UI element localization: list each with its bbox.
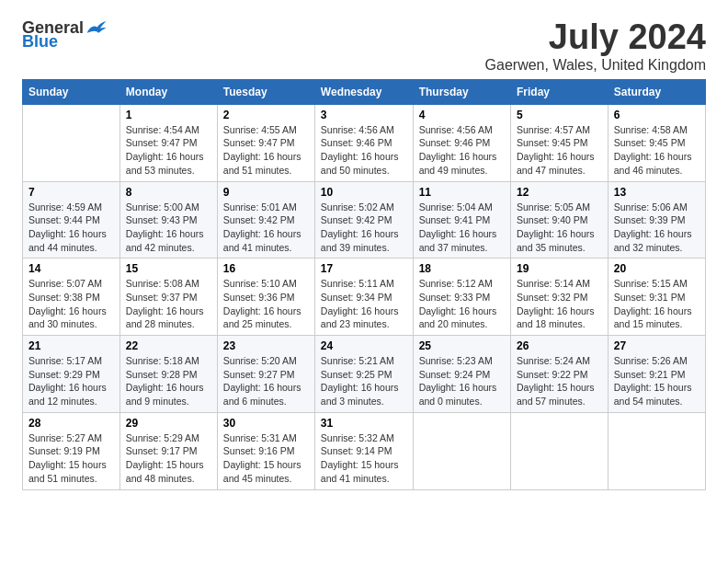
day-number: 15 — [126, 262, 211, 275]
day-number: 5 — [517, 109, 602, 121]
day-number: 1 — [126, 109, 211, 121]
day-number: 10 — [321, 186, 407, 199]
day-info: Sunrise: 5:08 AM Sunset: 9:37 PM Dayligh… — [126, 277, 211, 331]
day-info: Sunrise: 5:00 AM Sunset: 9:43 PM Dayligh… — [126, 201, 211, 255]
day-info: Sunrise: 5:31 AM Sunset: 9:16 PM Dayligh… — [223, 431, 309, 486]
day-number: 8 — [126, 186, 211, 199]
day-number: 11 — [419, 186, 505, 199]
day-info: Sunrise: 4:58 AM Sunset: 9:45 PM Dayligh… — [614, 123, 700, 178]
day-info: Sunrise: 5:18 AM Sunset: 9:28 PM Dayligh… — [126, 354, 211, 408]
month-year-title: July 2024 — [485, 18, 706, 57]
calendar-cell: 13Sunrise: 5:06 AM Sunset: 9:39 PM Dayli… — [608, 181, 705, 259]
day-number: 9 — [223, 186, 309, 199]
day-number: 14 — [28, 262, 114, 275]
calendar-cell: 10Sunrise: 5:02 AM Sunset: 9:42 PM Dayli… — [314, 181, 413, 259]
weekday-header-row: SundayMondayTuesdayWednesdayThursdayFrid… — [23, 79, 706, 104]
day-number: 26 — [517, 339, 602, 352]
day-info: Sunrise: 5:04 AM Sunset: 9:41 PM Dayligh… — [419, 201, 505, 255]
day-info: Sunrise: 5:32 AM Sunset: 9:14 PM Dayligh… — [321, 431, 407, 486]
calendar-week-row: 14Sunrise: 5:07 AM Sunset: 9:38 PM Dayli… — [23, 259, 706, 336]
day-info: Sunrise: 5:11 AM Sunset: 9:34 PM Dayligh… — [321, 277, 407, 331]
day-info: Sunrise: 4:55 AM Sunset: 9:47 PM Dayligh… — [223, 123, 309, 178]
day-info: Sunrise: 4:56 AM Sunset: 9:46 PM Dayligh… — [419, 123, 505, 178]
day-number: 31 — [321, 417, 407, 430]
day-info: Sunrise: 4:57 AM Sunset: 9:45 PM Dayligh… — [517, 123, 602, 178]
day-number: 2 — [223, 109, 309, 121]
day-info: Sunrise: 5:05 AM Sunset: 9:40 PM Dayligh… — [517, 201, 602, 255]
day-info: Sunrise: 5:20 AM Sunset: 9:27 PM Dayligh… — [223, 354, 309, 408]
location-subtitle: Gaerwen, Wales, United Kingdom — [485, 57, 706, 74]
weekday-header: Tuesday — [217, 79, 314, 104]
calendar-week-row: 28Sunrise: 5:27 AM Sunset: 9:19 PM Dayli… — [23, 412, 706, 489]
day-number: 20 — [614, 262, 700, 275]
calendar-cell: 31Sunrise: 5:32 AM Sunset: 9:14 PM Dayli… — [314, 412, 413, 489]
calendar-cell: 11Sunrise: 5:04 AM Sunset: 9:41 PM Dayli… — [413, 181, 510, 259]
day-info: Sunrise: 5:26 AM Sunset: 9:21 PM Dayligh… — [614, 354, 700, 408]
calendar-week-row: 21Sunrise: 5:17 AM Sunset: 9:29 PM Dayli… — [23, 336, 706, 413]
calendar-cell: 2Sunrise: 4:55 AM Sunset: 9:47 PM Daylig… — [217, 104, 314, 181]
logo-blue: Blue — [22, 32, 58, 52]
day-number: 16 — [223, 262, 309, 275]
logo: General Blue — [22, 18, 108, 52]
day-info: Sunrise: 5:06 AM Sunset: 9:39 PM Dayligh… — [614, 201, 700, 255]
calendar-cell: 7Sunrise: 4:59 AM Sunset: 9:44 PM Daylig… — [23, 181, 120, 259]
logo-bird-icon — [85, 19, 108, 38]
day-info: Sunrise: 5:17 AM Sunset: 9:29 PM Dayligh… — [28, 354, 114, 408]
calendar-cell: 27Sunrise: 5:26 AM Sunset: 9:21 PM Dayli… — [608, 336, 705, 413]
weekday-header: Thursday — [413, 79, 510, 104]
day-number: 17 — [321, 262, 407, 275]
calendar-cell: 12Sunrise: 5:05 AM Sunset: 9:40 PM Dayli… — [510, 181, 608, 259]
calendar-table: SundayMondayTuesdayWednesdayThursdayFrid… — [22, 79, 706, 490]
calendar-week-row: 7Sunrise: 4:59 AM Sunset: 9:44 PM Daylig… — [23, 181, 706, 259]
day-info: Sunrise: 5:21 AM Sunset: 9:25 PM Dayligh… — [321, 354, 407, 408]
calendar-cell: 9Sunrise: 5:01 AM Sunset: 9:42 PM Daylig… — [217, 181, 314, 259]
day-number: 7 — [28, 186, 114, 199]
day-number: 23 — [223, 339, 309, 352]
title-area: July 2024 Gaerwen, Wales, United Kingdom — [485, 18, 706, 74]
day-info: Sunrise: 5:01 AM Sunset: 9:42 PM Dayligh… — [223, 201, 309, 255]
day-info: Sunrise: 5:29 AM Sunset: 9:17 PM Dayligh… — [126, 431, 211, 486]
day-info: Sunrise: 5:10 AM Sunset: 9:36 PM Dayligh… — [223, 277, 309, 331]
calendar-cell: 30Sunrise: 5:31 AM Sunset: 9:16 PM Dayli… — [217, 412, 314, 489]
day-info: Sunrise: 5:23 AM Sunset: 9:24 PM Dayligh… — [419, 354, 505, 408]
calendar-cell: 17Sunrise: 5:11 AM Sunset: 9:34 PM Dayli… — [314, 259, 413, 336]
day-info: Sunrise: 5:24 AM Sunset: 9:22 PM Dayligh… — [517, 354, 602, 408]
day-info: Sunrise: 5:15 AM Sunset: 9:31 PM Dayligh… — [614, 277, 700, 331]
calendar-cell: 15Sunrise: 5:08 AM Sunset: 9:37 PM Dayli… — [119, 259, 217, 336]
calendar-cell — [608, 412, 705, 489]
day-number: 3 — [321, 109, 407, 121]
calendar-cell — [510, 412, 608, 489]
weekday-header: Sunday — [23, 79, 120, 104]
weekday-header: Saturday — [608, 79, 705, 104]
day-number: 6 — [614, 109, 700, 121]
day-info: Sunrise: 5:02 AM Sunset: 9:42 PM Dayligh… — [321, 201, 407, 255]
day-number: 18 — [419, 262, 505, 275]
day-number: 12 — [517, 186, 602, 199]
weekday-header: Wednesday — [314, 79, 413, 104]
calendar-cell: 23Sunrise: 5:20 AM Sunset: 9:27 PM Dayli… — [217, 336, 314, 413]
day-number: 4 — [419, 109, 505, 121]
calendar-cell: 1Sunrise: 4:54 AM Sunset: 9:47 PM Daylig… — [119, 104, 217, 181]
calendar-cell: 29Sunrise: 5:29 AM Sunset: 9:17 PM Dayli… — [119, 412, 217, 489]
day-number: 19 — [517, 262, 602, 275]
day-number: 24 — [321, 339, 407, 352]
calendar-cell: 8Sunrise: 5:00 AM Sunset: 9:43 PM Daylig… — [119, 181, 217, 259]
day-number: 28 — [28, 417, 114, 430]
calendar-cell — [413, 412, 510, 489]
weekday-header: Monday — [119, 79, 217, 104]
calendar-cell: 26Sunrise: 5:24 AM Sunset: 9:22 PM Dayli… — [510, 336, 608, 413]
day-info: Sunrise: 4:59 AM Sunset: 9:44 PM Dayligh… — [28, 201, 114, 255]
calendar-cell: 4Sunrise: 4:56 AM Sunset: 9:46 PM Daylig… — [413, 104, 510, 181]
calendar-cell: 5Sunrise: 4:57 AM Sunset: 9:45 PM Daylig… — [510, 104, 608, 181]
day-number: 29 — [126, 417, 211, 430]
day-info: Sunrise: 5:14 AM Sunset: 9:32 PM Dayligh… — [517, 277, 602, 331]
calendar-cell — [23, 104, 120, 181]
weekday-header: Friday — [510, 79, 608, 104]
calendar-cell: 16Sunrise: 5:10 AM Sunset: 9:36 PM Dayli… — [217, 259, 314, 336]
calendar-cell: 14Sunrise: 5:07 AM Sunset: 9:38 PM Dayli… — [23, 259, 120, 336]
day-number: 13 — [614, 186, 700, 199]
day-number: 30 — [223, 417, 309, 430]
calendar-cell: 24Sunrise: 5:21 AM Sunset: 9:25 PM Dayli… — [314, 336, 413, 413]
calendar-cell: 21Sunrise: 5:17 AM Sunset: 9:29 PM Dayli… — [23, 336, 120, 413]
calendar-cell: 28Sunrise: 5:27 AM Sunset: 9:19 PM Dayli… — [23, 412, 120, 489]
